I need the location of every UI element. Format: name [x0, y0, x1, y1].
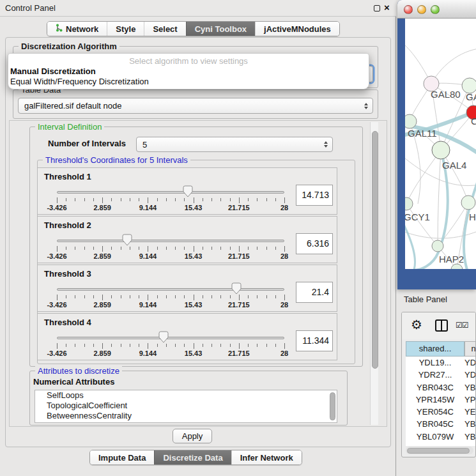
slider-track[interactable] — [57, 337, 284, 339]
combo-stepper-icon — [324, 141, 328, 148]
number-of-intervals-label: Number of Intervals — [48, 139, 126, 148]
tab-cyni-toolbox[interactable]: Cyni Toolbox — [186, 22, 255, 36]
network-node-gal4[interactable] — [432, 141, 450, 159]
popup-option-equal-width-frequency-discretization[interactable]: Equal Width/Frequency Discretization — [10, 77, 149, 86]
threshold-value-field[interactable]: 11.344 — [296, 330, 333, 351]
table-row[interactable]: YBR043CYBR0 — [406, 381, 476, 394]
checkboxes-icon[interactable]: ☑☑ — [456, 321, 468, 330]
network-edge-highlighted[interactable] — [405, 219, 415, 269]
table-row[interactable]: YDR27...YDR2 — [406, 369, 476, 381]
apply-button[interactable]: Apply — [173, 429, 212, 443]
threshold-row-1: Threshold 1-3.4262.8599.14415.4321.71528… — [37, 167, 337, 215]
horizontal-scrollbar-thumb[interactable] — [407, 448, 470, 454]
table-panel: ⚙ ☑☑ shared...n YDL19...YDL1YDR27...YDR2… — [401, 312, 476, 457]
slider-track[interactable] — [57, 240, 284, 242]
table-data-combo[interactable]: galFiltered.sif default node — [18, 98, 373, 114]
tab-label: Select — [153, 24, 177, 34]
tab-infer-network[interactable]: Infer Network — [231, 450, 302, 464]
table-cell: YDR27... — [406, 369, 464, 381]
tab-jactivemnodules[interactable]: jActiveMNodules — [255, 22, 339, 36]
control-panel-titlebar — [0, 0, 396, 17]
threshold-value-field[interactable]: 6.316 — [296, 233, 333, 254]
network-node-h[interactable] — [461, 196, 475, 210]
algorithm-popup: Select algorithm to view settings Manual… — [8, 53, 369, 89]
popup-hint[interactable]: Select algorithm to view settings — [8, 56, 369, 66]
slider-track[interactable] — [57, 191, 284, 194]
interval-definition-group-title: Interval Definition — [35, 122, 104, 132]
table-row[interactable]: YDL19...YDL1 — [406, 357, 476, 369]
network-edge-highlighted[interactable] — [464, 177, 476, 269]
slider-track[interactable] — [57, 288, 284, 291]
thresholds-group-title: Threshold's Coordinates for 5 Intervals — [43, 155, 190, 165]
split-column-icon[interactable] — [435, 319, 448, 332]
network-node-gal11[interactable] — [405, 114, 417, 128]
slider-tick-labels: -3.4262.8599.14415.4321.71528 — [57, 349, 284, 358]
traffic-light-minimize-icon[interactable] — [417, 5, 426, 14]
threshold-value-field[interactable]: 21.4 — [296, 282, 333, 303]
table-toolbar: ⚙ ☑☑ — [402, 312, 475, 339]
network-edge[interactable] — [406, 150, 441, 204]
traffic-light-zoom-icon[interactable] — [431, 5, 440, 14]
table-cell: YPR145W — [406, 394, 464, 406]
threshold-value-field[interactable]: 14.713 — [296, 185, 333, 206]
traffic-light-close-icon[interactable] — [404, 5, 413, 14]
close-icon[interactable]: × — [384, 2, 390, 13]
table-cell: YPR1 — [464, 394, 476, 406]
network-titlebar[interactable] — [397, 0, 476, 19]
table-row[interactable]: YLR345WYLR3 — [406, 443, 476, 446]
list-item-topologicalcoefficient[interactable]: TopologicalCoefficient — [35, 401, 337, 411]
tab-impute-data[interactable]: Impute Data — [90, 450, 154, 464]
list-scrollbar-thumb[interactable] — [330, 392, 335, 420]
slider-tick-labels: -3.4262.8599.14415.4321.71528 — [57, 204, 284, 213]
tab-style[interactable]: Style — [107, 22, 144, 36]
gear-icon[interactable]: ⚙ — [411, 317, 422, 332]
network-node-label: HAP2 — [439, 254, 464, 265]
popup-option-manual-discretization[interactable]: Manual Discretization — [10, 66, 96, 76]
table-row[interactable]: YER054CYER0 — [406, 406, 476, 418]
network-edge[interactable] — [438, 150, 441, 246]
tab-network[interactable]: Network — [47, 22, 107, 36]
table-cell: YBR0 — [464, 381, 476, 394]
network-node-label: GAL80 — [431, 89, 461, 100]
table-row[interactable]: YPR145WYPR1 — [406, 394, 476, 406]
horizontal-scrollbar[interactable] — [406, 447, 473, 454]
tab-label: Discretize Data — [163, 453, 222, 463]
network-node-label: GAL4 — [442, 160, 466, 171]
column-header-shared-[interactable]: shared... — [406, 341, 464, 357]
tab-label: Impute Data — [98, 453, 146, 463]
table-cell: YDL19... — [406, 357, 464, 369]
float-window-icon[interactable] — [374, 5, 380, 12]
table-panel-title: Table Panel — [404, 295, 447, 304]
threshold-label: Threshold 1 — [44, 172, 91, 181]
table-cell: YBR0 — [464, 418, 476, 430]
network-icon — [56, 24, 63, 34]
slider-handle[interactable] — [231, 282, 242, 295]
slider-tick-labels: -3.4262.8599.14415.4321.71528 — [57, 301, 284, 310]
network-node-gcy1[interactable] — [405, 197, 413, 210]
network-node-label: GA — [466, 91, 476, 102]
tab-label: Network — [66, 24, 98, 34]
table-header-row: shared...n — [406, 341, 476, 357]
number-of-intervals-combo[interactable]: 5 — [136, 137, 333, 152]
slider-handle[interactable] — [183, 185, 193, 197]
tab-select[interactable]: Select — [144, 22, 185, 36]
attributes-list[interactable]: SelfLoopsTopologicalCoefficientBetweenne… — [35, 390, 337, 423]
table-cell: YDR2 — [464, 369, 476, 381]
network-node-label: GAL11 — [408, 128, 437, 139]
panel-scrollbar[interactable] — [370, 122, 378, 425]
slider-handle[interactable] — [122, 234, 132, 246]
slider-handle[interactable] — [158, 331, 169, 343]
table-row[interactable]: YBL079WYBL0 — [406, 431, 476, 443]
table-cell: YBL0 — [464, 431, 476, 443]
column-header-n[interactable]: n — [464, 341, 476, 357]
network-window: GAL80GACGAL11GAL4GCY1HHAP2 — [397, 0, 476, 289]
panel-scrollbar-thumb[interactable] — [372, 131, 378, 369]
network-node-hap2[interactable] — [432, 240, 443, 252]
list-item-selfloops[interactable]: SelfLoops — [35, 390, 337, 401]
table-row[interactable]: YBR045CYBR0 — [406, 418, 476, 430]
tab-discretize-data[interactable]: Discretize Data — [154, 450, 231, 464]
network-canvas[interactable]: GAL80GACGAL11GAL4GCY1HHAP2 — [405, 19, 476, 269]
table-cell: YER0 — [464, 406, 476, 418]
network-node-label: C — [471, 116, 476, 127]
list-item-betweennesscentrality[interactable]: BetweennessCentrality — [35, 411, 337, 421]
